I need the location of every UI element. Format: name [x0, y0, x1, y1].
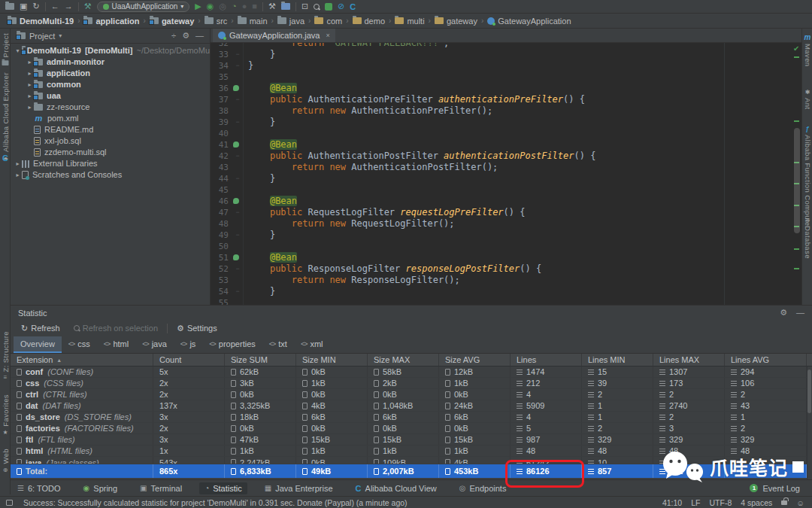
wrench-icon[interactable]: ⚒	[268, 2, 276, 11]
collapse-all-icon[interactable]: ÷	[171, 31, 176, 41]
sidebar-item-database[interactable]: ≋Database	[802, 217, 812, 259]
do-not-disturb-icon[interactable]: ⊘	[338, 2, 344, 11]
column-header-size-max[interactable]: Size MAX	[368, 354, 439, 366]
tree-item-admin-monitor[interactable]: ▸admin-monitor	[11, 56, 210, 68]
spring-tool-button[interactable]: ◉Spring	[78, 482, 123, 494]
breadcrumb-item-main[interactable]: main	[236, 17, 269, 26]
synchronize-icon[interactable]: ↻	[32, 2, 39, 11]
tree-toggle-arrow[interactable]: ▸	[14, 158, 22, 169]
breadcrumb-item-multi[interactable]: multi	[393, 17, 426, 26]
tree-item-uaa[interactable]: ▸uaa	[11, 90, 210, 102]
breadcrumb-item-gateway[interactable]: gateway	[148, 17, 195, 26]
hide-panel-icon[interactable]: —	[796, 308, 804, 318]
tree-item-xxl-job-sql[interactable]: xxl-job.sql	[11, 135, 210, 147]
back-icon[interactable]: ←	[51, 2, 59, 11]
endpoints-tool-button[interactable]: ◎Endpoints	[454, 482, 512, 494]
fold-marker[interactable]: ‒	[236, 266, 241, 271]
fold-marker[interactable]: ‒	[236, 63, 241, 68]
hide-panel-icon[interactable]: —	[195, 31, 204, 41]
tree-item-demomulti-19[interactable]: ▾DemoMulti-19[DemoMulti]~/Desktop/DemoMu	[11, 45, 210, 56]
terminal-tool-button[interactable]: ▣Terminal	[135, 482, 187, 494]
save-all-icon[interactable]: ▣	[20, 2, 27, 11]
sidebar-item-project[interactable]: Project	[0, 33, 11, 66]
tab-js[interactable]: <>js	[174, 336, 202, 353]
breadcrumb-item-demomulti-19[interactable]: DemoMulti-19	[6, 17, 75, 26]
table-row-ds-store[interactable]: ds_store(DS_STORE files)3x18kB6kB6kB6kB4…	[11, 412, 812, 423]
table-row-dat[interactable]: dat(DAT files)137x3,325kB4kB1,048kB24kB5…	[11, 400, 812, 412]
table-row-ctrl[interactable]: ctrl(CTRL files)2x0kB0kB0kB0kB4222	[11, 389, 812, 400]
column-header-lines-avg[interactable]: Lines AVG	[725, 354, 807, 366]
tree-item-external-libraries[interactable]: ▸External Libraries	[11, 158, 210, 169]
tree-toggle-arrow[interactable]: ▸	[14, 169, 22, 181]
tree-item-pom-xml[interactable]: mpom.xml	[11, 113, 210, 124]
table-row-factories[interactable]: factories(FACTORIES files)2x0kB0kB0kB0kB…	[11, 423, 812, 434]
alibaba-cloud-icon[interactable]: C	[350, 2, 356, 11]
caret-position[interactable]: 41:10	[662, 498, 682, 507]
tab-txt[interactable]: <>txt	[262, 336, 294, 353]
column-header-extension[interactable]: Extension▲	[11, 354, 153, 366]
plugin-green-icon[interactable]	[325, 3, 332, 11]
column-header-count[interactable]: Count	[153, 354, 225, 366]
sidebar-item-alibaba-cloud-explorer[interactable]: Alibaba Cloud Explorer☁	[0, 72, 11, 161]
coverage-icon[interactable]: ◎	[219, 2, 226, 11]
sidebar-item-maven[interactable]: mMaven	[802, 33, 812, 67]
tab-xml[interactable]: <>xml	[294, 336, 330, 353]
spring-bean-icon[interactable]	[233, 85, 239, 91]
scrollbar-thumb[interactable]	[807, 370, 811, 413]
event-log-button[interactable]: 1Event Log	[750, 484, 800, 493]
tree-item-zzdemo-multi-sql[interactable]: zzdemo-multi.sql	[11, 147, 210, 158]
fold-marker[interactable]: ‒	[236, 154, 241, 158]
run-anything-icon[interactable]: ⊡	[301, 2, 308, 11]
sidebar-item-alibaba-function-compute[interactable]: ƒAlibaba Function Compute	[802, 125, 812, 227]
open-icon[interactable]	[5, 3, 14, 10]
breadcrumb-item-demo[interactable]: demo	[351, 17, 387, 26]
breadcrumb-item-src[interactable]: src	[203, 17, 229, 26]
table-scrollbar[interactable]	[807, 367, 812, 479]
stop-icon[interactable]: ■	[252, 2, 257, 11]
attach-icon[interactable]: ●	[242, 2, 247, 11]
run-icon[interactable]: ▶	[195, 2, 201, 11]
fold-marker[interactable]: ‒	[236, 176, 241, 181]
tree-item-scratches-and-consoles[interactable]: ▸Scratches and Consoles	[11, 169, 210, 181]
sidebar-item-favorites[interactable]: Favorites★	[0, 394, 11, 436]
tab-css[interactable]: <>css	[62, 336, 97, 353]
spring-bean-icon[interactable]	[233, 198, 239, 204]
build-project-icon[interactable]: ⚒	[84, 2, 92, 11]
column-header-size-sum[interactable]: Size SUM	[225, 354, 296, 366]
tab-java[interactable]: <>java	[135, 336, 174, 353]
tree-item-zz-resource[interactable]: ▸zz-resource	[11, 102, 210, 113]
fold-marker[interactable]: ‒	[236, 97, 241, 102]
column-header-size-min[interactable]: Size MIN	[296, 354, 368, 366]
column-header-size-avg[interactable]: Size AVG	[439, 354, 511, 366]
search-everywhere-icon[interactable]	[314, 4, 320, 10]
chevron-down-icon[interactable]: ▾	[59, 32, 62, 39]
tab-html[interactable]: <>html	[97, 336, 135, 353]
fold-marker[interactable]: ‒	[236, 289, 241, 294]
project-structure-icon[interactable]	[281, 3, 290, 10]
gear-icon[interactable]: ⚙	[182, 31, 189, 41]
fold-marker[interactable]: ‒	[236, 120, 241, 124]
tree-item-application[interactable]: ▸application	[11, 68, 210, 79]
sidebar-item-ant[interactable]: ✱Ant	[802, 89, 812, 109]
alibaba-cloud-view-tool-button[interactable]: CAlibaba Cloud View	[350, 482, 442, 494]
breadcrumb-item-application[interactable]: application	[82, 17, 141, 26]
java-enterprise-tool-button[interactable]: ▦Java Enterprise	[259, 482, 338, 494]
column-header-lines-min[interactable]: Lines MIN	[582, 354, 653, 366]
table-row-conf[interactable]: conf(CONF files)5x62kB0kB58kB12kB1474151…	[11, 367, 812, 378]
debug-icon[interactable]: ◉	[207, 2, 214, 11]
statistic-tool-button[interactable]: ◔Statistic	[199, 482, 247, 494]
line-separator[interactable]: LF	[691, 498, 700, 507]
breadcrumb-item-gatewayapplication[interactable]: GatewayApplication	[486, 17, 572, 26]
todo-tool-button[interactable]: ☰6: TODO	[12, 482, 66, 494]
tab-properties[interactable]: <>properties	[202, 336, 262, 353]
settings-button[interactable]: ⚙Settings	[172, 323, 222, 334]
run-configuration-select[interactable]: UaaAuthApplication▾	[97, 2, 190, 12]
breadcrumb-item-java[interactable]: java	[276, 17, 306, 26]
table-row-ftl[interactable]: ftl(FTL files)3x47kB15kB15kB15kB98732932…	[11, 434, 812, 446]
tab-overview[interactable]: Overview	[14, 336, 62, 353]
breadcrumb-item-com[interactable]: com	[313, 17, 344, 26]
project-panel-title[interactable]: Project	[29, 32, 55, 41]
fold-marker[interactable]: ‒	[236, 52, 241, 56]
tree-toggle-arrow[interactable]: ▸	[26, 102, 34, 113]
tree-item-readme-md[interactable]: README.md	[11, 124, 210, 135]
